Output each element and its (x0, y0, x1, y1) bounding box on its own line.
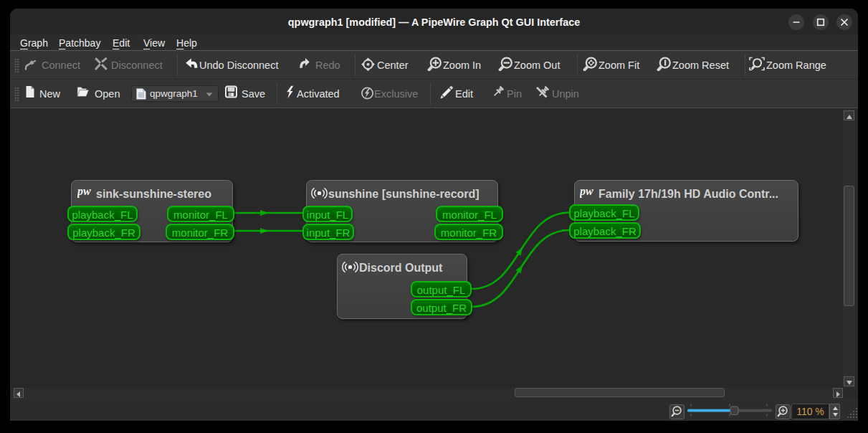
svg-text:pw: pw (580, 185, 593, 198)
svg-text:pw: pw (77, 185, 91, 198)
